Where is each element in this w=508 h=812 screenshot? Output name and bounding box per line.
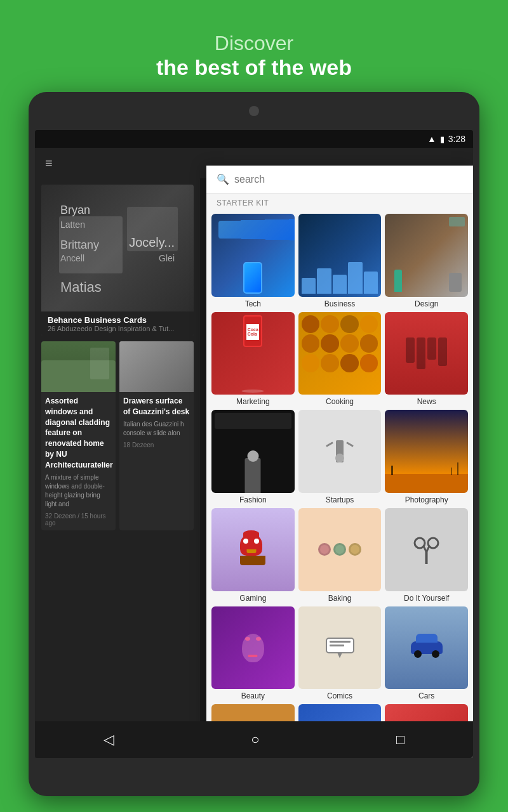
categories-grid: Tech	[206, 211, 473, 758]
startups-image	[298, 410, 382, 493]
behance-card-title: Behance Business Cards	[48, 315, 187, 325]
app-content: Bryan Latten Brittany Ancell Jocely... G…	[35, 178, 473, 758]
tech-label: Tech	[245, 299, 261, 308]
category-gaming[interactable]: Gaming	[211, 508, 295, 603]
fashion-figure	[245, 458, 261, 493]
category-row-4: Gaming	[211, 508, 468, 603]
category-cooking[interactable]: Cooking	[298, 312, 382, 407]
category-beauty[interactable]: Beauty	[211, 606, 295, 701]
category-news[interactable]: News	[385, 312, 468, 407]
header-line2: the best of the web	[0, 55, 508, 80]
cars-bg	[385, 606, 468, 690]
article-desc-1: A mixture of simple windows and double-h…	[45, 473, 112, 509]
category-cars[interactable]: Cars	[385, 606, 468, 701]
article-text-2: Drawers surface of Guazzini's desk Itali…	[119, 392, 194, 452]
gaming-image	[211, 508, 295, 591]
design-chair	[449, 273, 462, 292]
car-shape	[411, 641, 443, 654]
tech-phone-icon	[243, 262, 262, 294]
article-title-1: Assorted windows and diagonal cladding f…	[45, 396, 112, 471]
beauty-image	[211, 606, 295, 690]
recent-button[interactable]: □	[396, 731, 404, 748]
photo-sky	[385, 410, 468, 474]
svg-line-2	[424, 546, 426, 551]
cars-label: Cars	[418, 691, 434, 700]
header-line1: Discover	[0, 32, 508, 55]
tech-image	[211, 214, 295, 297]
category-row-2: CocaCola Marketing	[211, 312, 468, 407]
article-image-1	[41, 341, 116, 392]
comics-bg	[298, 606, 382, 690]
search-bar[interactable]: 🔍	[206, 178, 473, 193]
article-meta-1: 32 Dezeen / 15 hours ago	[45, 513, 112, 527]
scissors-icon	[412, 534, 441, 565]
clock: 3:28	[448, 134, 465, 144]
category-baking[interactable]: Baking	[298, 508, 382, 603]
news-label: News	[417, 397, 436, 406]
design-image	[385, 214, 468, 297]
design-bottle	[394, 270, 402, 292]
gaming-bg	[211, 508, 295, 591]
cars-image	[385, 606, 468, 690]
cooking-label: Cooking	[326, 397, 354, 406]
home-button[interactable]: ○	[251, 731, 259, 748]
behance-card-footer: Behance Business Cards 26 Abduzeedo Desi…	[41, 311, 194, 336]
marketing-label: Marketing	[236, 397, 270, 406]
article-card-2[interactable]: Drawers surface of Guazzini's desk Itali…	[119, 341, 194, 530]
app-left-panel: Bryan Latten Brittany Ancell Jocely... G…	[35, 178, 200, 758]
cola-can: CocaCola	[243, 315, 262, 347]
category-tech[interactable]: Tech	[211, 214, 295, 308]
business-image	[298, 214, 382, 297]
back-button[interactable]: ◁	[104, 731, 114, 748]
article-text-1: Assorted windows and diagonal cladding f…	[41, 392, 116, 530]
menu-icon[interactable]: ≡	[45, 156, 53, 171]
category-photography[interactable]: Photography	[385, 410, 468, 504]
business-bars	[302, 262, 378, 294]
category-design[interactable]: Design	[385, 214, 468, 308]
behance-card[interactable]: Bryan Latten Brittany Ancell Jocely... G…	[41, 185, 194, 336]
startups-person-bg	[298, 410, 382, 493]
photography-label: Photography	[405, 495, 448, 504]
behance-card-image: Bryan Latten Brittany Ancell Jocely... G…	[41, 185, 194, 311]
tablet-frame: ▲ ▮ 3:28 ≡ Bryan Latten Br	[29, 92, 479, 796]
beauty-label: Beauty	[241, 691, 265, 700]
fashion-image	[211, 410, 295, 493]
behance-card-sub: 26 Abduzeedo Design Inspiration & Tut...	[48, 325, 187, 332]
article-image-2	[119, 341, 194, 392]
category-comics[interactable]: Comics	[298, 606, 382, 701]
svg-line-3	[427, 546, 429, 551]
article-cards: Assorted windows and diagonal cladding f…	[41, 341, 194, 530]
header: Discover the best of the web	[0, 0, 508, 93]
category-marketing[interactable]: CocaCola Marketing	[211, 312, 295, 407]
category-business[interactable]: Business	[298, 214, 382, 308]
background-app: ≡ Bryan Latten Brittany Ancell Jocely...	[35, 148, 473, 758]
gaming-label: Gaming	[239, 594, 266, 603]
baking-image	[298, 508, 382, 591]
design-label: Design	[415, 299, 438, 308]
battery-icon: ▮	[440, 134, 444, 144]
nav-bar: ◁ ○ □	[35, 721, 473, 758]
news-people	[385, 312, 468, 395]
baking-label: Baking	[328, 594, 352, 603]
business-label: Business	[324, 299, 356, 308]
search-input[interactable]	[234, 178, 463, 185]
food-dots	[302, 315, 378, 392]
category-diy[interactable]: Do It Yourself	[385, 508, 468, 603]
category-row-3: Fashion	[211, 410, 468, 504]
comics-label: Comics	[327, 691, 352, 700]
diy-bg	[385, 508, 468, 591]
photography-image	[385, 410, 468, 493]
category-fashion[interactable]: Fashion	[211, 410, 295, 504]
category-row-1: Tech	[211, 214, 468, 308]
search-icon: 🔍	[217, 178, 229, 185]
diy-label: Do It Yourself	[404, 594, 449, 603]
wifi-icon: ▲	[427, 134, 436, 144]
article-desc-2: Italian des Guazzini h console w slide a…	[123, 420, 190, 438]
starter-kit-label: STARTER KIT	[206, 193, 473, 211]
beauty-bg	[211, 606, 295, 690]
category-startups[interactable]: Startups	[298, 410, 382, 504]
article-meta-2: 18 Dezeen	[123, 442, 190, 449]
marketing-image: CocaCola	[211, 312, 295, 395]
article-card-1[interactable]: Assorted windows and diagonal cladding f…	[41, 341, 116, 530]
startups-label: Startups	[326, 495, 354, 504]
